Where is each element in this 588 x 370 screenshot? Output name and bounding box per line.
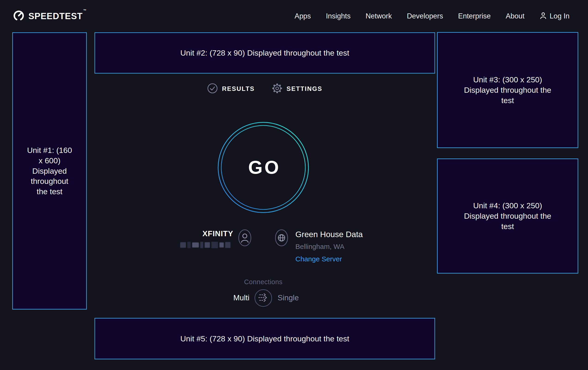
ad-unit-3-text: Unit #3: (300 x 250) Displayed throughou… [462, 74, 553, 106]
connections-multi-option[interactable]: Multi [199, 293, 249, 302]
login-button[interactable]: Log In [539, 12, 569, 20]
go-button[interactable]: GO [217, 121, 309, 213]
gear-icon [272, 83, 283, 95]
nav-item-network[interactable]: Network [366, 12, 392, 20]
login-label: Log In [550, 12, 569, 20]
multi-connections-arrows-icon [258, 292, 269, 304]
ad-unit-3-rectangle[interactable]: Unit #3: (300 x 250) Displayed throughou… [437, 32, 578, 148]
isp-user-icon[interactable] [238, 229, 252, 247]
tab-results-label: RESULTS [222, 85, 255, 92]
results-settings-tabs: RESULTS SETTINGS [94, 82, 435, 96]
tab-settings-label: SETTINGS [287, 85, 322, 92]
nav-item-enterprise[interactable]: Enterprise [458, 12, 491, 20]
check-circle-icon [207, 83, 218, 95]
tab-results[interactable]: RESULTS [207, 83, 255, 95]
ad-unit-5-text: Unit #5: (728 x 90) Displayed throughout… [180, 334, 349, 344]
speedometer-icon [13, 10, 25, 23]
server-location: Bellingham, WA [295, 243, 344, 250]
nav-item-apps[interactable]: Apps [294, 12, 311, 20]
nav-item-about[interactable]: About [506, 12, 525, 20]
redacted-ip-address [180, 241, 231, 249]
server-name: Green House Data [295, 230, 363, 239]
nav-item-developers[interactable]: Developers [407, 12, 443, 20]
isp-name: XFINITY [162, 229, 233, 238]
connections-single-option[interactable]: Single [278, 293, 299, 302]
top-nav: SPEEDTEST™ Apps Insights Network Develop… [0, 0, 588, 32]
nav-links: Apps Insights Network Developers Enterpr… [294, 12, 569, 20]
tab-settings[interactable]: SETTINGS [272, 83, 322, 95]
ad-unit-2-text: Unit #2: (728 x 90) Displayed throughout… [180, 48, 349, 58]
connections-title: Connections [217, 278, 309, 286]
ad-unit-1-text: Unit #1: (160 x 600) Displayed throughou… [25, 145, 74, 197]
change-server-link[interactable]: Change Server [295, 255, 342, 263]
brand-name: SPEEDTEST™ [28, 11, 86, 21]
ad-unit-5-leaderboard[interactable]: Unit #5: (728 x 90) Displayed throughout… [94, 318, 435, 359]
ad-unit-4-rectangle[interactable]: Unit #4: (300 x 250) Displayed throughou… [437, 159, 578, 274]
connections-toggle[interactable] [254, 289, 272, 307]
speedtest-logo[interactable]: SPEEDTEST™ [13, 10, 86, 23]
user-icon [539, 12, 547, 20]
ad-unit-1-skyscraper[interactable]: Unit #1: (160 x 600) Displayed throughou… [12, 32, 87, 310]
speedtest-page: { "brand": { "name": "SPEEDTEST", "mark"… [0, 0, 588, 370]
trademark-symbol: ™ [83, 9, 87, 12]
nav-item-insights[interactable]: Insights [326, 12, 351, 20]
ad-unit-4-text: Unit #4: (300 x 250) Displayed throughou… [462, 200, 553, 232]
globe-icon [275, 229, 288, 247]
go-button-label: GO [217, 121, 309, 213]
ad-unit-2-leaderboard[interactable]: Unit #2: (728 x 90) Displayed throughout… [94, 32, 435, 74]
